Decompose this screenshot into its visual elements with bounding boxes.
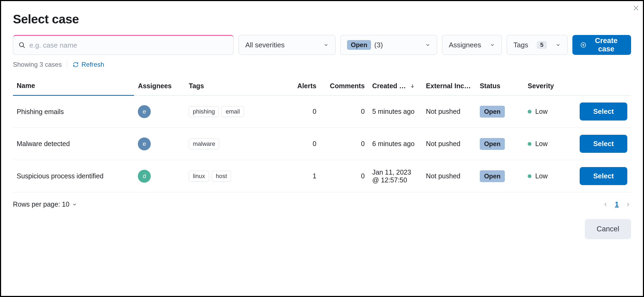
select-button[interactable]: Select <box>580 167 627 185</box>
cell-action: Select <box>569 160 631 192</box>
cell-status: Open <box>476 96 524 128</box>
table-row: Malware detectedemalware006 minutes agoN… <box>13 128 631 160</box>
severity-label: Low <box>535 172 548 180</box>
tags-filter[interactable]: Tags 5 <box>507 35 568 55</box>
severity-dot-icon <box>528 142 531 146</box>
severity-filter[interactable]: All severities <box>239 35 335 55</box>
cell-created: 6 minutes ago <box>369 128 422 160</box>
chevron-down-icon <box>490 42 495 48</box>
refresh-button[interactable]: Refresh <box>73 61 104 68</box>
severity-dot-icon <box>528 110 531 114</box>
chevron-down-icon <box>323 42 329 48</box>
search-field[interactable] <box>13 35 234 55</box>
cell-assignees: e <box>134 96 185 128</box>
chevron-down-icon <box>72 202 77 207</box>
severity-label: Low <box>535 140 548 148</box>
search-input[interactable] <box>29 41 228 49</box>
cell-assignees: e <box>134 128 185 160</box>
cell-tags: phishingemail <box>185 96 285 128</box>
status-badge: Open <box>480 170 505 182</box>
results-meta: Showing 3 cases Refresh <box>13 61 631 68</box>
cell-action: Select <box>569 128 631 160</box>
cell-alerts: 1 <box>285 160 320 192</box>
showing-count: Showing 3 cases <box>13 61 62 68</box>
status-badge: Open <box>347 40 371 50</box>
cell-action: Select <box>569 96 631 128</box>
create-case-label: Create case <box>589 37 623 53</box>
col-comments[interactable]: Comments <box>320 76 368 96</box>
avatar[interactable]: d <box>138 170 151 183</box>
svg-point-0 <box>19 43 23 47</box>
tag: email <box>222 106 244 117</box>
avatar[interactable]: e <box>138 137 151 150</box>
tag: phishing <box>189 106 219 117</box>
create-case-button[interactable]: Create case <box>572 35 631 55</box>
tag: malware <box>189 139 219 149</box>
cell-status: Open <box>476 128 524 160</box>
tags-label: Tags <box>513 41 528 49</box>
cell-created: 5 minutes ago <box>369 96 422 128</box>
cell-comments: 0 <box>320 96 368 128</box>
rows-per-page[interactable]: Rows per page: 10 <box>13 200 77 208</box>
status-badge: Open <box>480 106 505 118</box>
col-assignees[interactable]: Assignees <box>134 76 185 96</box>
cell-assignees: d <box>134 160 185 192</box>
cell-name[interactable]: Phishing emails <box>13 96 134 128</box>
chevron-down-icon <box>425 42 430 48</box>
cell-created: Jan 11, 2023 @ 12:57:50 <box>369 160 422 192</box>
assignees-filter[interactable]: Assignees <box>442 35 502 55</box>
cell-tags: linuxhost <box>185 160 285 192</box>
page-next-icon[interactable] <box>625 201 631 207</box>
modal-title: Select case <box>13 12 631 26</box>
tag: host <box>212 171 231 182</box>
cell-severity: Low <box>524 160 569 192</box>
col-severity[interactable]: Severity <box>524 76 569 96</box>
table-row: Phishing emailsephishingemail005 minutes… <box>13 96 631 128</box>
divider <box>67 61 67 68</box>
cancel-button[interactable]: Cancel <box>585 219 631 239</box>
severity-dot-icon <box>528 174 531 178</box>
tags-count: 5 <box>537 41 547 49</box>
status-filter[interactable]: Open (3) <box>340 35 437 55</box>
plus-circle-icon <box>580 41 586 48</box>
tag: linux <box>189 171 209 182</box>
col-alerts[interactable]: Alerts <box>285 76 320 96</box>
table-footer: Rows per page: 10 1 <box>13 200 631 208</box>
col-status[interactable]: Status <box>476 76 524 96</box>
cell-comments: 0 <box>320 128 368 160</box>
close-icon[interactable] <box>633 5 639 12</box>
refresh-label: Refresh <box>81 61 104 68</box>
cell-name[interactable]: Malware detected <box>13 128 134 160</box>
avatar[interactable]: e <box>138 105 151 118</box>
cell-external: Not pushed <box>422 128 476 160</box>
cell-alerts: 0 <box>285 128 320 160</box>
cell-tags: malware <box>185 128 285 160</box>
table-row: Suspicious process identifieddlinuxhost1… <box>13 160 631 192</box>
severity-label: Low <box>535 108 548 115</box>
select-button[interactable]: Select <box>580 135 627 153</box>
col-created[interactable]: Created … <box>369 76 422 96</box>
cell-external: Not pushed <box>422 160 476 192</box>
cell-external: Not pushed <box>422 96 476 128</box>
cell-severity: Low <box>524 96 569 128</box>
cell-alerts: 0 <box>285 96 320 128</box>
rows-per-page-label: Rows per page: 10 <box>13 200 69 208</box>
col-name[interactable]: Name <box>13 76 134 96</box>
assignees-label: Assignees <box>449 41 481 49</box>
filter-bar: All severities Open (3) Assignees Tags 5… <box>13 35 631 55</box>
pagination: 1 <box>603 200 631 208</box>
chevron-down-icon <box>555 42 561 48</box>
cell-severity: Low <box>524 128 569 160</box>
cases-table: Name Assignees Tags Alerts Comments Crea… <box>13 76 631 192</box>
col-tags[interactable]: Tags <box>185 76 285 96</box>
col-actions <box>569 76 631 96</box>
cell-name[interactable]: Suspicious process identified <box>13 160 134 192</box>
page-prev-icon[interactable] <box>603 201 608 207</box>
select-button[interactable]: Select <box>580 102 627 121</box>
col-external[interactable]: External Inc… <box>422 76 476 96</box>
status-count: (3) <box>374 41 383 49</box>
severity-label: All severities <box>245 41 285 49</box>
page-number[interactable]: 1 <box>615 200 619 208</box>
search-icon <box>19 42 26 49</box>
status-badge: Open <box>480 138 505 150</box>
